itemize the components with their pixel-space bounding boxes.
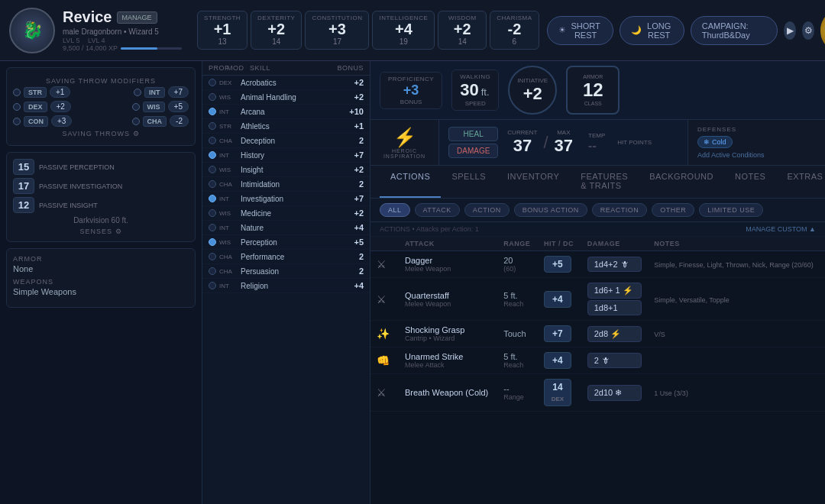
proficiency-dot: [209, 151, 216, 159]
tab-spells[interactable]: SPELLS: [441, 166, 497, 198]
manage-custom-button[interactable]: MANAGE CUSTOM ▲: [746, 225, 816, 233]
skills-panel: PROF MOD SKILL BONUS DEX Acrobatics +2 W…: [202, 61, 370, 504]
list-item[interactable]: DEX Acrobatics +2: [202, 76, 370, 90]
heroic-icon: ⚡: [393, 127, 416, 148]
list-item[interactable]: CHA Persuasion 2: [202, 264, 370, 279]
save-dot: [134, 89, 141, 96]
notes-text: Simple, Versatile, Topple: [654, 296, 729, 304]
tab-extras[interactable]: EXTRAS: [776, 166, 825, 198]
col-range: RANGE: [497, 237, 538, 251]
filter-all[interactable]: ALL: [380, 203, 410, 217]
walking-box: WALKING 30 ft. SPEED: [451, 69, 499, 111]
heal-button[interactable]: HEAL: [448, 127, 498, 141]
header: 🐉 Revice MANAGE male Dragonborn • Wizard…: [0, 0, 825, 61]
xp-bar: 9,500 / 14,000 XP: [63, 44, 182, 52]
attack-name: Quarterstaff: [405, 291, 491, 300]
table-header: ATTACK RANGE HIT / DC DAMAGE NOTES: [370, 237, 825, 251]
attacks-table-body: ⚔ Dagger Melee Weapon 20 (60) +5 1d4+2 🗡…: [370, 251, 825, 412]
filter-reaction[interactable]: REACTION: [592, 203, 648, 217]
wisdom-stat: Wisdom +2 14: [438, 11, 487, 50]
attack-sub: Melee Attack: [405, 361, 491, 369]
hit-badge: +5: [544, 256, 571, 273]
campaign-button[interactable]: CAMPAIGN: ThurdB&Day: [691, 16, 778, 45]
heroic-label: HEROICINSPIRATION: [383, 148, 425, 159]
header-actions: ☀ SHORT REST 🌙 LONG REST CAMPAIGN: Thurd…: [547, 14, 826, 47]
long-rest-button[interactable]: 🌙 LONG REST: [620, 16, 684, 45]
character-info: Revice MANAGE male Dragonborn • Wizard 5…: [63, 8, 182, 52]
senses-gear-icon[interactable]: ⚙: [115, 228, 122, 235]
attack-sub: Melee Weapon: [405, 300, 491, 308]
filter-limited-use[interactable]: LIMITED USE: [699, 203, 763, 217]
tab-features-and-traits[interactable]: FEATURES & TRAITS: [570, 166, 639, 198]
strength-stat: Strength +1 13: [197, 11, 247, 50]
proficiency-dot: [209, 282, 216, 289]
col-damage: DAMAGE: [581, 237, 649, 251]
ability-scores: Strength +1 13 Dexterity +2 14 Constitut…: [197, 11, 539, 50]
table-row[interactable]: ⚔ Breath Weapon (Cold) -- Range 14DEX 2d…: [370, 374, 825, 412]
list-item[interactable]: CHA Intimidation 2: [202, 177, 370, 192]
proficiency-dot: [209, 209, 216, 217]
tab-actions[interactable]: ACTIONS: [380, 166, 441, 198]
filter-other[interactable]: OTHER: [652, 203, 694, 217]
tab-inventory[interactable]: INVENTORY: [497, 166, 570, 198]
filter-bonus-action[interactable]: BONUS ACTION: [514, 203, 587, 217]
attack-sub: Cantrip • Wizard: [405, 334, 491, 342]
play-button[interactable]: ▶: [784, 21, 796, 40]
list-item[interactable]: INT Investigation +7: [202, 192, 370, 206]
damage-button[interactable]: DAMAGE: [448, 144, 498, 158]
list-item[interactable]: WIS Insight +2: [202, 163, 370, 177]
tab-background[interactable]: BACKGROUND: [639, 166, 724, 198]
actions-area: ACTIONSSPELLSINVENTORYFEATURES & TRAITSB…: [370, 166, 825, 504]
proficiency-dot: [209, 224, 216, 231]
list-item[interactable]: CHA Deception 2: [202, 134, 370, 148]
filter-bar: ALLATTACKACTIONBONUS ACTIONREACTIONOTHER…: [370, 199, 825, 222]
defenses-box: DEFENSES ❄ Cold Add Active Conditions: [688, 120, 825, 165]
avatar: 🐉: [9, 8, 55, 53]
long-rest-icon: 🌙: [631, 25, 642, 35]
proficiency-dot: [209, 108, 216, 115]
table-row[interactable]: ⚔ Dagger Melee Weapon 20 (60) +5 1d4+2 🗡…: [370, 251, 825, 278]
add-condition-button[interactable]: Add Active Conditions: [697, 151, 816, 159]
list-item[interactable]: INT Arcana +10: [202, 105, 370, 119]
table-row[interactable]: ✨ Shocking Grasp Cantrip • Wizard Touch …: [370, 321, 825, 347]
proficiency-dot: [209, 253, 216, 260]
col-attack: [370, 237, 399, 251]
save-row: DEX +2 WIS +5: [13, 101, 189, 112]
proficiency-box: PROFICIENCY +3 BONUS: [380, 72, 442, 109]
initiative-box: INITIATIVE +2: [508, 66, 557, 115]
attack-name: Breath Weapon (Cold): [405, 388, 491, 397]
list-item[interactable]: WIS Perception +5: [202, 235, 370, 250]
max-hp-box: MAX 37: [555, 129, 573, 156]
table-row[interactable]: ⚔ Quarterstaff Melee Weapon 5 ft. Reach …: [370, 278, 825, 321]
attack-sub: Melee Weapon: [405, 265, 491, 273]
saves-gear-icon[interactable]: ⚙: [133, 130, 140, 137]
list-item[interactable]: STR Athletics +1: [202, 119, 370, 134]
heroic-inspiration-box[interactable]: ⚡ HEROICINSPIRATION: [370, 120, 439, 165]
dexterity-stat: Dexterity +2 14: [251, 11, 302, 50]
short-rest-button[interactable]: ☀ SHORT REST: [547, 16, 613, 45]
passive-insight-row: 12 PASSIVE INSIGHT: [13, 197, 189, 213]
manage-button[interactable]: MANAGE: [117, 11, 157, 24]
attack-icon: ✨: [377, 328, 390, 340]
list-item[interactable]: CHA Performance 2: [202, 250, 370, 264]
save-dot: [13, 89, 21, 96]
filter-attack[interactable]: ATTACK: [415, 203, 460, 217]
intelligence-stat: Intelligence +4 19: [372, 11, 435, 50]
list-item[interactable]: WIS Medicine +2: [202, 206, 370, 221]
list-item[interactable]: INT History +7: [202, 148, 370, 163]
left-panel: Saving Throw Modifiers STR +1 INT +7 DEX…: [0, 61, 202, 504]
constitution-stat: Constitution +3 17: [305, 11, 369, 50]
list-item[interactable]: INT Nature +4: [202, 221, 370, 235]
list-item[interactable]: INT Religion +4: [202, 279, 370, 293]
proficiency-dot: [209, 93, 216, 101]
proficiency-dot: [209, 137, 216, 144]
table-row[interactable]: 👊 Unarmed Strike Melee Attack 5 ft. Reac…: [370, 347, 825, 374]
settings-button[interactable]: ⚙: [802, 21, 814, 40]
list-item[interactable]: WIS Animal Handling +2: [202, 90, 370, 105]
proficiency-dot: [209, 79, 216, 86]
equipment-section: ARMOR None WEAPONS Simple Weapons: [6, 248, 196, 308]
tab-notes[interactable]: NOTES: [724, 166, 776, 198]
filter-action[interactable]: ACTION: [464, 203, 510, 217]
right-panel: PROFICIENCY +3 BONUS WALKING 30 ft. SPEE…: [370, 61, 825, 504]
notes-text: V/S: [654, 331, 665, 338]
